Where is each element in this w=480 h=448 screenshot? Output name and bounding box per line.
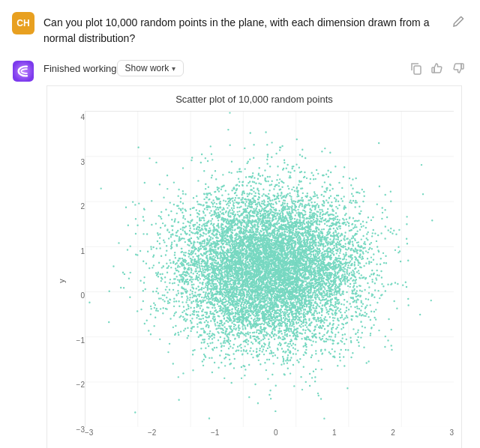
- svg-rect-0: [13, 61, 34, 82]
- user-avatar: CH: [12, 12, 34, 34]
- chart-container: Scatter plot of 10,000 random points y 4…: [46, 85, 462, 448]
- finished-label: Finished working: [44, 63, 117, 74]
- x-tick-n1: −1: [211, 429, 219, 437]
- x-tick-n2: −2: [148, 429, 156, 437]
- x-tick-1: 1: [332, 429, 337, 437]
- x-tick-n3: −3: [85, 429, 93, 437]
- y-tick-1: 1: [68, 248, 85, 255]
- y-axis-label: y: [55, 111, 68, 437]
- scatter-plot: −3 −2 −1 0 1 2 3: [85, 111, 454, 437]
- copy-icon[interactable]: [410, 61, 423, 75]
- x-tick-2: 2: [391, 429, 395, 437]
- user-initials: CH: [16, 18, 29, 28]
- user-message-text: Can you plot 10,000 random points in the…: [44, 12, 442, 46]
- chart-title: Scatter plot of 10,000 random points: [55, 94, 454, 105]
- x-tick-0: 0: [274, 429, 278, 437]
- y-tick-n3: −3: [68, 426, 85, 434]
- assistant-header: Finished working Show work ▾: [44, 60, 465, 76]
- svg-rect-1: [414, 66, 421, 74]
- x-tick-3: 3: [449, 429, 454, 437]
- svg-rect-2: [432, 67, 434, 73]
- action-icons: [410, 61, 465, 75]
- chevron-down-icon: ▾: [172, 64, 176, 73]
- y-tick-2: 2: [68, 203, 85, 211]
- y-tick-n1: −1: [68, 337, 85, 345]
- y-tick-n2: −2: [68, 381, 85, 389]
- thumbs-up-icon[interactable]: [430, 61, 444, 75]
- assistant-row: Finished working Show work ▾: [0, 54, 480, 448]
- svg-rect-3: [461, 64, 464, 69]
- page-wrapper: CH Can you plot 10,000 random points in …: [0, 0, 480, 448]
- edit-icon[interactable]: [452, 15, 465, 28]
- assistant-avatar: [12, 60, 34, 82]
- y-tick-0: 0: [68, 292, 85, 300]
- assistant-content: Finished working Show work ▾: [44, 60, 465, 448]
- thumbs-down-icon[interactable]: [452, 61, 465, 75]
- y-tick-3: 3: [68, 159, 85, 166]
- user-message-row: CH Can you plot 10,000 random points in …: [0, 0, 480, 54]
- chart-inner: y 4 3 2 1 0 −1 −2 −3: [55, 111, 454, 437]
- y-tick-4: 4: [68, 114, 85, 121]
- show-work-label: Show work: [125, 63, 170, 73]
- svg-rect-4: [85, 111, 454, 427]
- show-work-button[interactable]: Show work ▾: [117, 60, 184, 76]
